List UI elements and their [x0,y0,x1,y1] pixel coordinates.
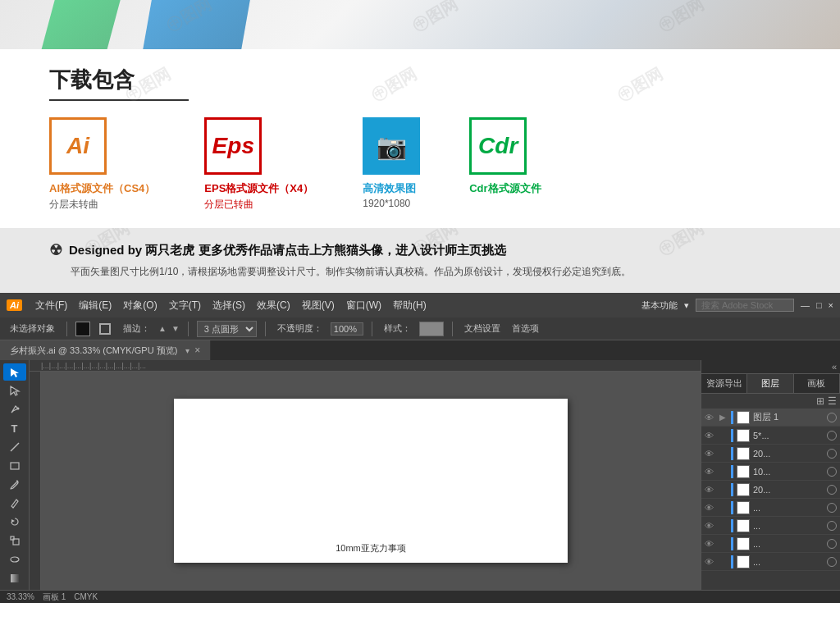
stroke-up[interactable]: ▲ [158,324,167,333]
camera-icon: 📷 [377,132,407,161]
menu-view[interactable]: 视图(V) [297,297,340,314]
svg-rect-0 [100,324,110,334]
layer-row[interactable]: 👁 20... [701,481,840,499]
layer-name: 20... [753,485,824,495]
menu-type[interactable]: 文字(T) [164,297,206,314]
tools-panel: T [0,360,30,590]
opacity-input[interactable] [331,322,363,336]
document-tab-bar: 乡村振兴.ai @ 33.33% (CMYK/GPU 预览) ▾ × [0,340,840,360]
layer-visibility-icon[interactable]: 👁 [705,557,716,567]
preferences-btn[interactable]: 首选项 [509,321,542,336]
layer-target-icon[interactable] [827,557,837,567]
tab-expand-icon: ▾ [185,346,189,355]
layer-color-indicator [731,411,733,424]
workspace-mode-dropdown[interactable]: ▾ [684,300,689,311]
layer-color-indicator [731,429,733,442]
layer-thumbnail [737,411,750,424]
svg-rect-3 [11,463,19,469]
document-tab[interactable]: 乡村振兴.ai @ 33.33% (CMYK/GPU 预览) ▾ × [0,340,211,360]
canvas-label: 10mm亚克力事项 [336,542,406,555]
layer-row[interactable]: 👁 20... [701,445,840,463]
status-mode: CMYK [74,592,98,601]
layer-visibility-icon[interactable]: 👁 [705,539,716,549]
tab-close-btn[interactable]: × [194,345,200,356]
radiation-icon: ☢ [49,241,62,259]
layer-expand-icon[interactable]: ▶ [719,413,728,422]
layer-row[interactable]: 👁 ... [701,553,840,571]
layers-list: 👁 ▶ 图层 1 👁 5*... 👁 20... [701,409,840,590]
layer-visibility-icon[interactable]: 👁 [705,467,716,477]
menu-help[interactable]: 帮助(H) [388,297,431,314]
panel-grid-view-btn[interactable]: ⊞ [816,395,824,407]
menu-window[interactable]: 窗口(W) [341,297,386,314]
tab-artboards[interactable]: 画板 [794,374,840,393]
layer-visibility-icon[interactable]: 👁 [705,431,716,441]
panel-collapse-btn[interactable]: « [832,362,837,372]
menu-file[interactable]: 文件(F) [30,297,72,314]
svg-rect-8 [11,574,19,582]
layer-name: ... [753,557,824,567]
selection-tool[interactable] [3,363,26,381]
layer-thumbnail [737,519,750,532]
direct-selection-tool[interactable] [3,382,26,399]
layer-thumbnail [737,537,750,550]
svg-marker-4 [11,519,15,523]
scale-tool[interactable] [3,532,26,550]
layer-target-icon[interactable] [827,503,837,513]
layer-target-icon[interactable] [827,431,837,441]
layer-target-icon[interactable] [827,449,837,459]
brush-selector[interactable]: 3 点圆形 [197,321,257,337]
rectangle-tool[interactable] [3,457,26,474]
object-info: 未选择对象 [7,321,58,336]
layer-target-icon[interactable] [827,539,837,549]
layer-row[interactable]: 👁 ... [701,535,840,553]
stroke-down[interactable]: ▼ [171,324,180,333]
layer-row[interactable]: 👁 ... [701,517,840,535]
layer-color-indicator [731,537,733,550]
pencil-tool[interactable] [3,495,26,512]
layer-visibility-icon[interactable]: 👁 [705,485,716,495]
layer-visibility-icon[interactable]: 👁 [705,413,716,422]
minimize-button[interactable]: — [801,300,810,310]
rotate-tool[interactable] [3,514,26,531]
close-button[interactable]: × [829,300,833,310]
layer-target-icon[interactable] [827,467,837,477]
workspace-mode-label: 基本功能 [641,299,678,312]
layer-row[interactable]: 👁 5*... [701,427,840,445]
doc-settings-btn[interactable]: 文档设置 [461,321,504,336]
sep1 [66,322,67,336]
layer-target-icon[interactable] [827,521,837,531]
style-box[interactable] [419,322,444,336]
layer-target-icon[interactable] [827,485,837,495]
stock-search-input[interactable] [696,299,794,312]
tab-layers[interactable]: 图层 [747,374,793,393]
menu-select[interactable]: 选择(S) [208,297,250,314]
layer-name: 5*... [753,431,824,441]
maximize-button[interactable]: □ [816,300,822,310]
paintbrush-tool[interactable] [3,476,26,493]
layer-visibility-icon[interactable]: 👁 [705,449,716,459]
menu-edit[interactable]: 编辑(E) [74,297,116,314]
warp-tool[interactable] [3,550,26,568]
layer-visibility-icon[interactable]: 👁 [705,521,716,531]
layer-name: 20... [753,449,824,459]
menu-effect[interactable]: 效果(C) [252,297,295,314]
tab-assets[interactable]: 资源导出 [701,374,747,393]
layer-visibility-icon[interactable]: 👁 [705,503,716,513]
layer-row[interactable]: 👁 ▶ 图层 1 [701,409,840,427]
ai-file-name: AI格式源文件（CS4） [49,181,155,196]
pen-tool[interactable] [3,401,26,418]
layer-row[interactable]: 👁 10... [701,463,840,481]
fill-color-box[interactable] [75,322,90,336]
tab-title: 乡村振兴.ai @ 33.33% (CMYK/GPU 预览) [10,345,177,357]
svg-point-7 [11,557,19,562]
menu-object[interactable]: 对象(O) [118,297,162,314]
panel-list-view-btn[interactable]: ☰ [828,395,837,407]
layer-row[interactable]: 👁 ... [701,499,840,517]
layer-color-indicator [731,519,733,532]
line-tool[interactable] [3,439,26,456]
layer-target-icon[interactable] [827,413,837,422]
gradient-tool[interactable] [3,569,26,587]
type-tool[interactable]: T [3,420,26,437]
canvas-content[interactable]: 10mm亚克力事项 [41,372,701,590]
